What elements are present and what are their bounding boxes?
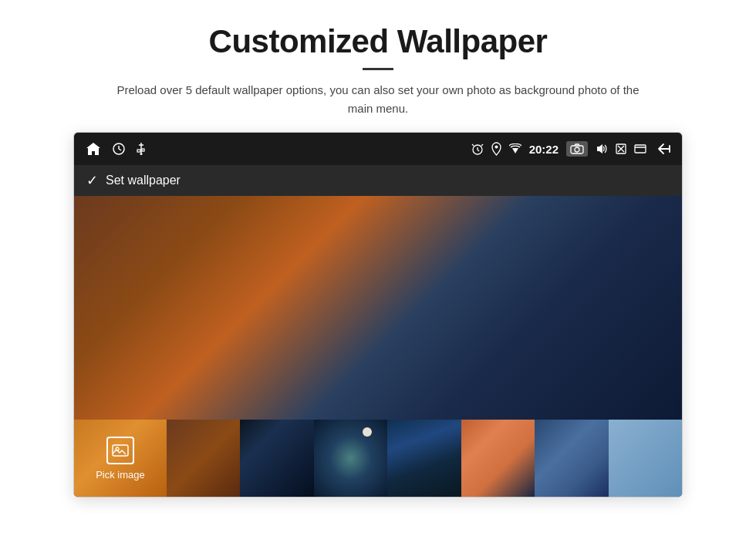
- alarm-icon: [471, 143, 484, 155]
- device-frame: 20:22: [73, 132, 683, 498]
- svg-line-10: [478, 150, 479, 151]
- clock-icon: [113, 143, 125, 155]
- svg-rect-5: [137, 150, 140, 152]
- svg-marker-12: [512, 148, 518, 153]
- thumbnail-strip: Pick image: [74, 420, 682, 497]
- location-icon: [491, 142, 501, 156]
- svg-rect-18: [635, 145, 646, 153]
- wallpaper-thumb-1[interactable]: [167, 420, 240, 497]
- usb-icon: [136, 142, 147, 156]
- status-time: 20:22: [529, 143, 559, 156]
- wallpaper-thumb-6[interactable]: [535, 420, 608, 497]
- status-left-icons: [85, 140, 147, 157]
- wallpaper-thumb-4[interactable]: [387, 420, 461, 497]
- set-wallpaper-label: Set wallpaper: [106, 174, 181, 187]
- camera-icon[interactable]: [566, 141, 588, 157]
- svg-line-2: [119, 149, 121, 150]
- volume-icon: [596, 143, 608, 154]
- title-divider: [363, 68, 393, 70]
- pick-image-button[interactable]: Pick image: [74, 420, 167, 497]
- svg-point-14: [575, 147, 579, 152]
- wallpaper-thumb-2[interactable]: [240, 420, 313, 497]
- title-section: Customized Wallpaper Preload over 5 defa…: [108, 23, 648, 118]
- wallpaper-preview: [74, 196, 682, 420]
- svg-rect-6: [142, 149, 144, 151]
- pick-image-label: Pick image: [96, 469, 145, 481]
- status-right-icons: 20:22: [471, 141, 671, 157]
- svg-point-7: [140, 153, 143, 155]
- wallpaper-thumb-partial[interactable]: [609, 420, 682, 497]
- close-icon[interactable]: [616, 143, 626, 154]
- wallpaper-bar: ✓ Set wallpaper: [74, 165, 682, 196]
- wifi-signal-icon: [509, 143, 521, 154]
- page-subtitle: Preload over 5 default wallpaper options…: [108, 81, 648, 118]
- svg-point-11: [494, 146, 498, 149]
- wallpaper-thumb-5[interactable]: [461, 420, 535, 497]
- pick-image-icon: [106, 437, 134, 464]
- status-bar: 20:22: [74, 133, 682, 165]
- page-container: Customized Wallpaper Preload over 5 defa…: [0, 0, 756, 560]
- home-icon[interactable]: [85, 140, 102, 157]
- page-title: Customized Wallpaper: [108, 23, 648, 60]
- wallpaper-thumb-3[interactable]: [314, 420, 387, 497]
- checkmark-icon: ✓: [86, 172, 98, 189]
- back-icon[interactable]: [654, 143, 671, 155]
- window-icon[interactable]: [634, 144, 646, 153]
